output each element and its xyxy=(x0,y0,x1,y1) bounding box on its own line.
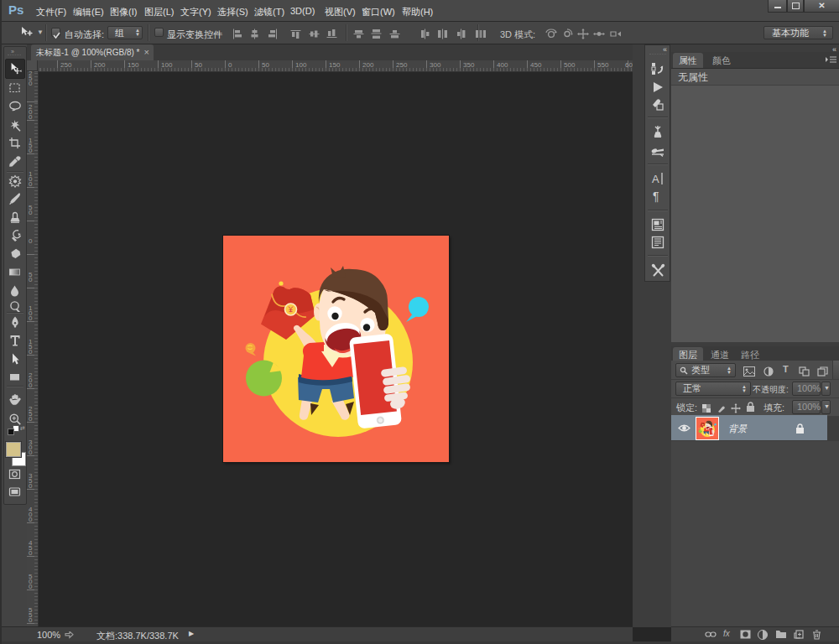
svg-text:¶: ¶ xyxy=(653,190,659,203)
svg-text:A: A xyxy=(652,173,659,185)
